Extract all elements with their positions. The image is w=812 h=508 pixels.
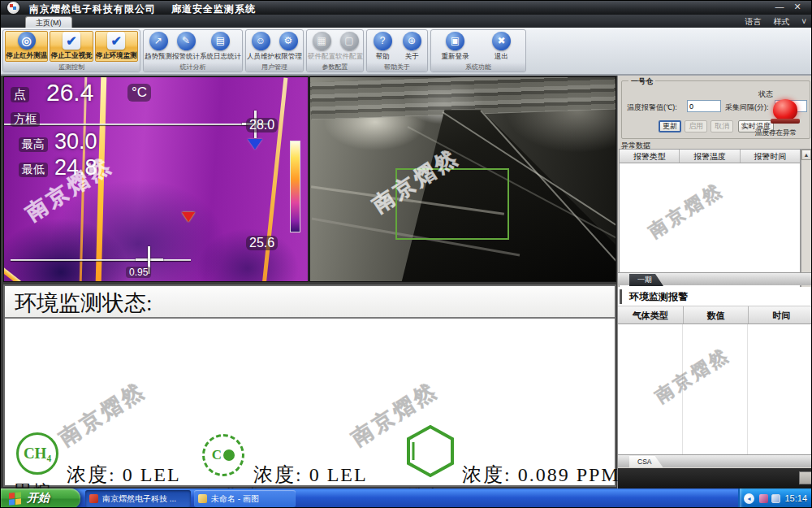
ribbon-button-stop-vision[interactable]: ✔ 停止工业视觉 [50,31,93,62]
ribbon-button-hw-config: ▦ 硬件配置 [308,31,335,62]
thermal-hot-stripe [3,266,78,282]
col-gas-type[interactable]: 气体类型 [618,306,684,323]
ribbon-button-relogin[interactable]: ▣ 重新登录 [432,31,478,62]
group-label: 参数配置 [307,63,363,72]
temp-alarm-input[interactable] [687,100,721,112]
env-status-header: 环境监测状态: [5,286,615,319]
app-task-icon [89,494,98,503]
ribbon-group-monitor-control: ◎ 停止红外测温 ✔ 停止工业视觉 ✔ 停止环境监测 监测控制 [2,29,140,72]
title-bar: 南京熠然电子科技有限公司 廊道安全监测系统 — ✕ [1,1,812,15]
question-icon: ? [374,32,392,50]
measure-line [11,259,191,261]
check-icon: ✔ [63,32,80,50]
taskbar-task-app[interactable]: 南京熠然电子科技 ... [85,490,191,507]
marker-triangle-blue [248,139,262,150]
pencil-icon: ✎ [177,32,196,50]
menu-style[interactable]: 样式 [773,17,789,26]
enable-button: 启用 [685,120,707,132]
chevron-down-icon[interactable]: ˅ [801,17,806,26]
env-table-header: 气体类型 数值 时间 [618,306,812,324]
ribbon-button-permissions[interactable]: ⚙ 权限管理 [274,31,302,62]
monitor-icon: ▢ [340,32,359,50]
status-label: 状态 [758,89,773,100]
check-icon: ✔ [107,32,125,50]
ribbon-group-system: ▣ 重新登录 ✖ 退出 系统功能 [430,29,526,72]
ribbon-button-about[interactable]: ⊕ 关于 [397,31,426,62]
gas-reading: 浓度: 0 LEL [67,462,181,488]
ribbon: ◎ 停止红外测温 ✔ 停止工业视觉 ✔ 停止环境监测 监测控制 ↗ 趋势预测 [1,28,812,76]
log-icon: ▤ [211,32,230,50]
scroll-up-icon[interactable]: ▲ [801,150,811,160]
taskbar-task-paint[interactable]: 未命名 - 画图 [194,490,296,507]
col-gas-time[interactable]: 时间 [749,306,812,323]
box-label: 方框 [11,112,40,127]
ribbon-button-exit[interactable]: ✖ 退出 [478,31,525,62]
marker-triangle-red [182,212,195,222]
tray-icon-1[interactable] [759,494,768,503]
gas-reading: 浓度: 0 LEL [253,462,368,488]
group-label: 帮助关于 [367,63,427,72]
thermal-hot-stripe [261,77,288,282]
accent-bar [620,289,622,304]
start-button[interactable]: 开始 [1,488,80,508]
ribbon-button-stop-infrared[interactable]: ◎ 停止红外测温 [5,31,48,62]
taskbar: 开始 南京熠然电子科技 ... 未命名 - 画图 ◂ 15:14 [1,488,812,508]
minimize-button[interactable]: — [772,2,787,11]
scale-low-value: 25.6 [246,236,278,250]
update-button[interactable]: 更新 [659,120,681,132]
cancel-button: 取消 [710,120,733,132]
windows-flag-icon [9,492,21,506]
thermal-camera-view[interactable]: 点 26.4 °C 方框 最高 30.0 最低 24.8 28.0 25.6 0… [3,76,309,282]
lamp-caption: 温度存在异常 [755,128,797,138]
menu-language[interactable]: 语言 [745,17,762,26]
clock: 15:14 [784,493,807,503]
system-tray: ◂ 15:14 [738,488,812,508]
ribbon-group-help: ? 帮助 ⊕ 关于 帮助关于 [366,29,428,72]
tray-icon-2[interactable] [771,494,780,503]
ribbon-button-trend[interactable]: ↗ 趋势预测 [145,31,172,62]
stop-record-icon: ◎ [18,32,36,50]
alarm-lamp-icon [773,99,797,120]
gas-reading: 浓度: 0.089 PPM [462,462,620,488]
ribbon-button-help[interactable]: ? 帮助 [368,31,397,62]
group-label: 统计分析 [144,63,242,72]
dust-hexagon-icon [405,424,456,478]
env-alarm-header: 环境监测报警 [618,287,812,306]
detection-rectangle [395,168,509,240]
ribbon-button-alarm-stats[interactable]: ✎ 报警统计 [172,31,200,62]
col-alarm-temp[interactable]: 报警温度 [680,150,740,163]
col-gas-value[interactable]: 数值 [684,306,749,323]
silo-groupbox: 一号仓 温度报警值(℃): 采集间隔(分): 更新 启用 取消 实时温度 状态 … [621,80,810,139]
csa-tabbar: CSA [618,454,812,467]
col-alarm-time[interactable]: 报警时间 [741,150,800,163]
industrial-camera-view[interactable]: 南京熠然 [309,76,616,282]
tab-phase-one[interactable]: 一期 [629,274,663,286]
group-label: 用户管理 [246,63,303,72]
env-table-body [618,324,812,454]
env-status-panel: 环境监测状态: CH₄ 甲烷 浓度: 0 LEL C 一氧化碳 浓度: 0 LE… [3,284,616,487]
ribbon-group-statistics: ↗ 趋势预测 ✎ 报警统计 ▤ 系统日志统计 统计分析 [143,29,243,72]
max-temperature: 30.0 [54,129,97,154]
watermark: 南京熠然 [54,376,151,453]
point-temperature: 26.4 [46,79,93,106]
min-temperature: 24.8 [54,155,97,180]
ribbon-button-stop-env[interactable]: ✔ 停止环境监测 [95,31,138,62]
right-panel: 一号仓 温度报警值(℃): 采集间隔(分): 更新 启用 取消 实时温度 状态 … [617,76,812,475]
interval-label: 采集间隔(分): [725,102,769,113]
ribbon-button-log-stats[interactable]: ▤ 系统日志统计 [200,31,241,62]
gear-icon: ⚙ [279,32,298,50]
tab-home[interactable]: 主页(M) [25,16,72,28]
globe-icon: ⊕ [403,32,421,50]
alarm-table-header: 报警类型 报警温度 报警时间 [620,150,800,163]
paint-task-icon [198,494,207,503]
ribbon-button-personnel[interactable]: ☺ 人员维护 [247,31,274,62]
tab-csa[interactable]: CSA [629,456,663,467]
env-alarm-title: 环境监测报警 [629,290,688,304]
silo-groupbox-title: 一号仓 [628,76,655,87]
ribbon-group-users: ☺ 人员维护 ⚙ 权限管理 用户管理 [245,29,304,72]
methane-icon: CH₄ [16,432,58,475]
col-alarm-type[interactable]: 报警类型 [620,150,680,163]
close-button[interactable]: ✕ [790,2,805,12]
max-label: 最高 [19,137,48,152]
tray-chevron-icon[interactable]: ◂ [744,493,754,504]
